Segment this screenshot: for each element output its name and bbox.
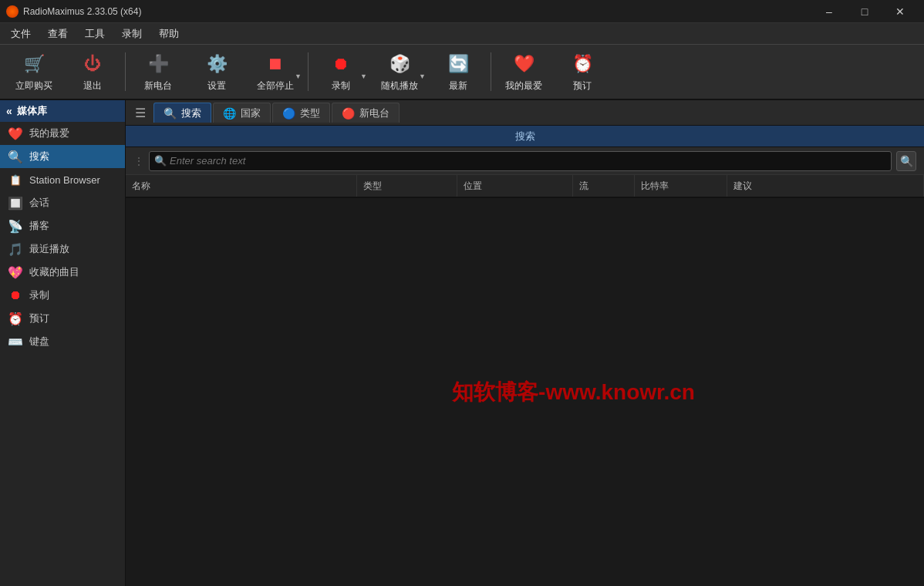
tab-search-label: 搜索 [181, 106, 201, 120]
column-header-suggest: 建议 [727, 175, 924, 197]
latest-icon: 🔄 [444, 51, 472, 77]
favorites-tracks-sidebar-icon: 💖 [8, 264, 23, 280]
search-sidebar-icon: 🔍 [8, 149, 23, 164]
title-bar-controls: – □ ✕ [811, 0, 918, 23]
toolbar-separator-1 [125, 52, 126, 91]
session-sidebar-icon: 🔲 [8, 195, 23, 210]
col-location-label: 位置 [464, 180, 482, 193]
new-station-icon: ➕ [144, 51, 172, 77]
sidebar-favorites-label: 我的最爱 [29, 126, 69, 140]
toolbar-record-button[interactable]: ⏺ 录制 ▼ [313, 48, 369, 96]
sidebar-item-station-browser[interactable]: 📋 Station Browser [0, 168, 125, 191]
app-icon [6, 5, 19, 18]
tab-type-icon: 🔵 [282, 107, 295, 120]
toolbar-favorites-button[interactable]: ❤️ 我的最爱 [496, 48, 551, 96]
search-input[interactable] [170, 155, 886, 167]
record-icon: ⏺ [327, 51, 355, 77]
hamburger-icon[interactable]: ☰ [129, 106, 152, 120]
menu-tools[interactable]: 工具 [77, 25, 113, 43]
toolbar-latest-button[interactable]: 🔄 最新 [430, 48, 486, 96]
toolbar-schedule-button[interactable]: ⏰ 预订 [555, 48, 610, 96]
tab-new-station[interactable]: 🔴 新电台 [332, 103, 400, 123]
sidebar-recording-label: 录制 [29, 288, 49, 302]
sidebar-item-podcast[interactable]: 📡 播客 [0, 214, 125, 237]
shuffle-icon: 🎲 [386, 51, 413, 77]
tab-type[interactable]: 🔵 类型 [272, 103, 330, 123]
exit-label: 退出 [83, 79, 102, 93]
sidebar-podcast-label: 播客 [29, 219, 49, 233]
search-go-button[interactable]: 🔍 [896, 151, 916, 171]
maximize-button[interactable]: □ [847, 0, 882, 23]
sidebar-item-session[interactable]: 🔲 会话 [0, 191, 125, 214]
column-header-location: 位置 [457, 175, 573, 197]
search-go-icon: 🔍 [900, 155, 913, 167]
column-header-name: 名称 [126, 175, 357, 197]
stop-all-label: 全部停止 [257, 79, 294, 93]
toolbar: 🛒 立即购买 ⏻ 退出 ➕ 新电台 ⚙️ 设置 ⏹ 全部停止 ▼ ⏺ 录制 ▼ … [0, 45, 924, 100]
buy-label: 立即购买 [15, 79, 52, 93]
toolbar-new-station-button[interactable]: ➕ 新电台 [130, 48, 186, 96]
sidebar-favorites-tracks-label: 收藏的曲目 [29, 265, 79, 279]
toolbar-settings-button[interactable]: ⚙️ 设置 [189, 48, 244, 96]
shuffle-label: 随机播放 [381, 79, 418, 93]
sidebar-item-recently-played[interactable]: 🎵 最近播放 [0, 237, 125, 261]
title-bar: RadioMaximus 2.33.05 (x64) – □ ✕ [0, 0, 924, 23]
exit-icon: ⏻ [79, 51, 106, 77]
column-header-type: 类型 [357, 175, 457, 197]
menu-record[interactable]: 录制 [114, 25, 150, 43]
menu-view[interactable]: 查看 [40, 25, 76, 43]
window-title: RadioMaximus 2.33.05 (x64) [23, 6, 141, 17]
col-name-label: 名称 [132, 180, 150, 193]
sidebar-item-recording[interactable]: ⏺ 录制 [0, 284, 125, 307]
sidebar-item-search[interactable]: 🔍 搜索 [0, 145, 125, 168]
tab-search-icon: 🔍 [164, 107, 177, 120]
schedule-sidebar-icon: ⏰ [8, 311, 23, 326]
sidebar-item-keyboard[interactable]: ⌨️ 键盘 [0, 330, 125, 353]
tab-country-icon: 🌐 [223, 107, 236, 120]
content-area: ☰ 🔍 搜索 🌐 国家 🔵 类型 🔴 新电台 [126, 100, 924, 586]
settings-label: 设置 [207, 79, 226, 93]
sidebar-search-label: 搜索 [29, 150, 49, 163]
main-area: « 媒体库 ❤️ 我的最爱 🔍 搜索 📋 Station Browser 🔲 会… [0, 100, 924, 586]
sidebar-station-browser-label: Station Browser [29, 174, 100, 186]
tab-search[interactable]: 🔍 搜索 [153, 103, 211, 123]
sidebar-item-favorites-tracks[interactable]: 💖 收藏的曲目 [0, 261, 125, 284]
toolbar-stop-all-button[interactable]: ⏹ 全部停止 ▼ [248, 48, 303, 96]
toolbar-shuffle-button[interactable]: 🎲 随机播放 ▼ [372, 48, 427, 96]
menu-file[interactable]: 文件 [3, 25, 39, 43]
drag-handle-icon: ⋮ [133, 155, 144, 167]
toolbar-buy-button[interactable]: 🛒 立即购买 [6, 48, 62, 96]
title-bar-left: RadioMaximus 2.33.05 (x64) [6, 5, 141, 18]
schedule-label: 预订 [573, 79, 592, 93]
sidebar-collapse-icon[interactable]: « [6, 105, 12, 117]
column-header-stream: 流 [573, 175, 635, 197]
toolbar-exit-button[interactable]: ⏻ 退出 [65, 48, 120, 96]
watermark-text: 知软博客-www.knowr.cn [452, 378, 695, 407]
search-section-header: 搜索 [126, 126, 924, 147]
tab-country-label: 国家 [241, 106, 261, 120]
table-header: 名称 类型 位置 流 比特率 建议 [126, 175, 924, 198]
col-stream-label: 流 [579, 180, 588, 193]
shuffle-arrow-icon: ▼ [419, 72, 426, 80]
sidebar-item-favorites[interactable]: ❤️ 我的最爱 [0, 122, 125, 145]
minimize-button[interactable]: – [811, 0, 847, 23]
sidebar-header: « 媒体库 [0, 100, 125, 122]
schedule-icon: ⏰ [568, 51, 596, 77]
col-suggest-label: 建议 [733, 180, 752, 193]
menu-help[interactable]: 帮助 [151, 25, 187, 43]
sidebar-session-label: 会话 [29, 196, 49, 210]
sidebar-schedule-label: 预订 [29, 312, 49, 325]
favorites-label: 我的最爱 [505, 79, 542, 93]
column-header-bitrate: 比特率 [635, 175, 727, 197]
keyboard-sidebar-icon: ⌨️ [8, 334, 23, 349]
new-station-label: 新电台 [144, 79, 172, 93]
sidebar-item-schedule[interactable]: ⏰ 预订 [0, 307, 125, 330]
toolbar-separator-3 [491, 52, 491, 91]
recording-sidebar-icon: ⏺ [8, 288, 23, 303]
tab-new-station-label: 新电台 [359, 106, 389, 120]
podcast-sidebar-icon: 📡 [8, 218, 23, 234]
close-button[interactable]: ✕ [882, 0, 918, 23]
favorites-sidebar-icon: ❤️ [8, 126, 23, 141]
stop-all-arrow-icon: ▼ [295, 72, 302, 80]
tab-country[interactable]: 🌐 国家 [213, 103, 271, 123]
